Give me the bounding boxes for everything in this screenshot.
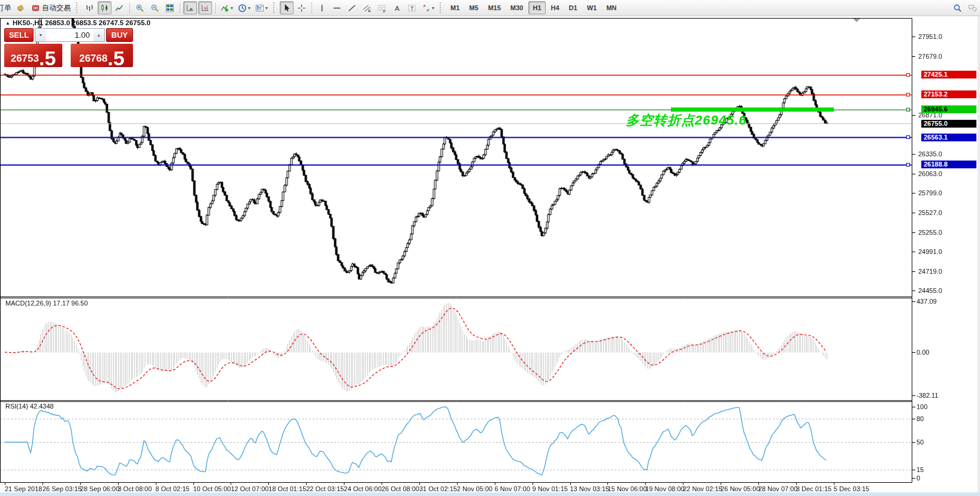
buy-price-frac: .5 xyxy=(107,50,124,67)
indicators-button[interactable]: ▾ xyxy=(219,1,235,14)
svg-text:F: F xyxy=(383,8,386,12)
toolbar: 订单自动交易▾▾▾EFAT▾M1M5M15M30H1H4D1W1MN xyxy=(0,0,980,16)
chart-shift-button[interactable] xyxy=(198,1,212,14)
zoom-in-button[interactable] xyxy=(133,1,147,14)
timeframe-label: W1 xyxy=(585,4,600,11)
periods-button[interactable]: ▾ xyxy=(236,1,252,14)
channel-button[interactable]: E xyxy=(360,1,374,14)
alerts-button[interactable] xyxy=(14,1,28,14)
label-button[interactable]: T xyxy=(405,1,419,14)
zoomin-icon xyxy=(135,4,144,13)
buy-price-main: 26768 xyxy=(79,53,107,63)
crosshair-icon xyxy=(297,4,306,13)
window-edge xyxy=(978,16,980,496)
cursor-icon xyxy=(282,4,291,13)
tf-d1-button[interactable]: D1 xyxy=(565,1,582,14)
timeframe-label: M15 xyxy=(486,4,503,11)
template-icon xyxy=(255,4,264,13)
toolbar-grip xyxy=(440,2,443,13)
toolbar-separator xyxy=(215,2,216,14)
chartshift-icon xyxy=(201,4,210,13)
horizontal-line-button[interactable] xyxy=(330,1,344,14)
tile-icon xyxy=(165,4,174,13)
tf-m1-button[interactable]: M1 xyxy=(446,1,464,14)
candlestick-chart-button[interactable] xyxy=(98,1,111,14)
timeframe-label: H4 xyxy=(549,4,562,11)
horn-icon xyxy=(17,4,26,13)
tile-windows-button[interactable] xyxy=(163,1,177,14)
new-order-button[interactable]: 订单 xyxy=(0,1,13,14)
channel-icon: E xyxy=(362,4,371,13)
chat-icon xyxy=(968,4,977,13)
tf-h1-button[interactable]: H1 xyxy=(528,1,545,14)
status-bar-edge xyxy=(0,492,980,496)
volume-increase-button[interactable]: ▲ xyxy=(93,29,104,41)
tf-h4-button[interactable]: H4 xyxy=(547,1,564,14)
chevron-down-icon: ▾ xyxy=(248,5,250,11)
one-click-trading-panel: SELL ▼ 1.00 ▲ BUY 26753.5 26768.5 xyxy=(4,28,133,68)
toolbar-button-label: 自动交易 xyxy=(42,3,71,13)
buy-price-box[interactable]: 26768.5 xyxy=(71,44,133,67)
templates-button[interactable]: ▾ xyxy=(253,1,270,14)
hline-icon xyxy=(332,4,341,13)
autoscroll-icon xyxy=(186,4,195,13)
timeframe-label: M30 xyxy=(508,4,525,11)
tf-m30-button[interactable]: M30 xyxy=(506,1,527,14)
arrows-icon xyxy=(422,4,431,13)
volume-input[interactable]: 1.00 xyxy=(46,29,93,41)
sell-button[interactable]: SELL xyxy=(4,28,34,42)
text-button[interactable]: A xyxy=(390,1,404,14)
toolbar-grip xyxy=(273,2,277,13)
bar-chart-button[interactable] xyxy=(83,1,96,14)
trendline-icon xyxy=(347,4,356,13)
textA-icon: A xyxy=(392,4,401,13)
mt4-terminal: { "window": {"marker": "▲", "title": "HK… xyxy=(0,0,980,496)
textT-icon: T xyxy=(407,4,416,13)
timeframe-label: D1 xyxy=(567,4,580,11)
tf-w1-button[interactable]: W1 xyxy=(583,1,601,14)
toolbar-button-label: 订单 xyxy=(0,3,11,13)
sell-price-main: 26753 xyxy=(11,53,39,63)
candlestick-chart[interactable] xyxy=(0,16,980,496)
chat-button[interactable] xyxy=(966,1,979,14)
timeframe-label: M5 xyxy=(467,4,480,11)
indicators-icon xyxy=(220,4,229,13)
tf-m15-button[interactable]: M15 xyxy=(484,1,505,14)
arrows-button[interactable]: ▾ xyxy=(420,1,436,14)
timeframe-label: H1 xyxy=(530,4,543,11)
linechart-icon xyxy=(115,4,124,13)
svg-text:T: T xyxy=(410,5,413,11)
zoomout-icon xyxy=(150,4,159,13)
svg-text:E: E xyxy=(368,8,371,13)
volume-stepper: ▼ 1.00 ▲ xyxy=(35,28,105,42)
sell-price-frac: .5 xyxy=(39,50,56,67)
vline-icon xyxy=(317,4,326,13)
vertical-line-button[interactable] xyxy=(315,1,329,14)
bars-icon xyxy=(85,4,94,13)
buy-button[interactable]: BUY xyxy=(106,28,133,42)
tf-m5-button[interactable]: M5 xyxy=(465,1,482,14)
tf-mn-button[interactable]: MN xyxy=(602,1,621,14)
fibonacci-button[interactable]: F xyxy=(375,1,389,14)
trendline-button[interactable] xyxy=(345,1,359,14)
candles-icon xyxy=(100,4,109,13)
toolbar-separator xyxy=(180,2,180,14)
toolbar-separator xyxy=(311,2,312,14)
line-chart-button[interactable] xyxy=(113,1,126,14)
auto-scroll-button[interactable] xyxy=(183,1,197,14)
fibo-icon: F xyxy=(377,4,386,13)
search-button[interactable] xyxy=(951,1,964,14)
zoom-out-button[interactable] xyxy=(148,1,162,14)
chevron-down-icon: ▾ xyxy=(231,5,233,11)
crosshair-button[interactable] xyxy=(295,1,308,14)
cursor-button[interactable] xyxy=(280,1,294,14)
chevron-down-icon: ▾ xyxy=(265,5,268,11)
chevron-down-icon: ▾ xyxy=(432,5,434,11)
timeframe-label: M1 xyxy=(448,4,462,11)
volume-decrease-button[interactable]: ▼ xyxy=(35,29,46,41)
autotrading-button[interactable]: 自动交易 xyxy=(29,1,72,14)
svg-text:A: A xyxy=(395,4,400,11)
sell-price-box[interactable]: 26753.5 xyxy=(4,44,62,67)
robot-icon xyxy=(31,4,40,13)
timeframe-label: MN xyxy=(604,4,619,11)
